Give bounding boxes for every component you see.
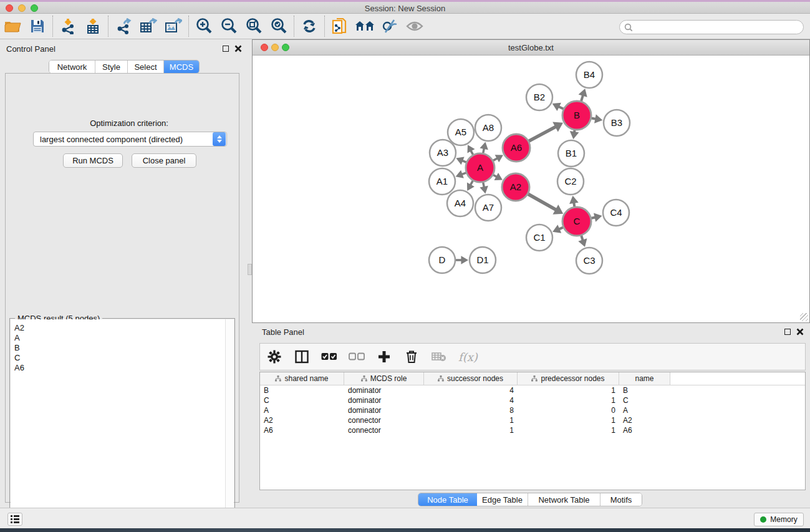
close-panel-button[interactable]: Close panel [132,153,196,168]
graph-node-D[interactable]: D [429,247,455,273]
tab-network[interactable]: Network [49,60,95,73]
column-type-icon [361,375,367,382]
show-all-icon[interactable] [402,15,427,37]
node-label: A8 [483,122,494,133]
graph-node-A7[interactable]: A7 [475,195,501,221]
graph-node-A1[interactable]: A1 [429,168,455,195]
network-canvas[interactable]: AA2A6BCA1A3A4A5A7A8B1B2B3B4C1C2C3C4DD1 [253,56,809,322]
duplicate-network-icon[interactable] [327,15,352,37]
graph-node-B1[interactable]: B1 [558,140,584,167]
table-cell: 1 [518,395,619,405]
save-session-icon[interactable] [25,15,50,37]
toolbar-separator [294,16,294,37]
graph-node-A2[interactable]: A2 [502,173,529,201]
search-input[interactable] [619,20,804,34]
result-list-item[interactable]: B [14,343,226,353]
first-neighbors-icon[interactable] [352,15,377,37]
tab-select[interactable]: Select [128,60,164,73]
table-row[interactable]: A2connector11A2 [260,415,805,425]
table-row[interactable]: Adominator80A [260,405,805,415]
control-panel: Control Panel NetworkStyleSelectMCDS Opt… [0,39,247,508]
tab-style[interactable]: Style [95,60,128,73]
graph-node-A[interactable]: A [466,153,494,182]
result-list-item[interactable]: C [14,353,226,363]
column-header-predecessor-nodes[interactable]: predecessor nodes [518,372,619,385]
result-list-item[interactable]: A2 [14,323,226,333]
open-session-icon[interactable] [0,15,25,37]
float-panel-icon[interactable] [784,329,791,335]
zoom-out-icon[interactable] [216,15,241,37]
result-list-item[interactable]: A [14,333,226,343]
graph-node-B[interactable]: B [562,101,591,130]
panel-divider-handle[interactable] [248,264,252,275]
task-history-button[interactable] [7,513,22,526]
network-window-titlebar[interactable]: testGlobe.txt [253,40,809,56]
hide-selected-icon[interactable] [377,15,402,37]
zoom-in-icon[interactable] [191,15,216,37]
close-panel-icon[interactable] [796,328,804,336]
node-label: A7 [483,202,494,213]
graph-node-C2[interactable]: C2 [557,168,584,195]
node-label: B3 [611,117,622,128]
graph-node-A5[interactable]: A5 [448,119,474,145]
tab-motifs[interactable]: Motifs [600,493,642,506]
delete-column-icon[interactable] [403,349,420,365]
tab-edge-table[interactable]: Edge Table [477,493,528,506]
graph-node-A8[interactable]: A8 [475,115,501,141]
criterion-select[interactable]: largest connected component (directed) [33,132,227,147]
export-network-icon[interactable] [111,15,136,37]
table-cell: A6 [260,425,344,435]
optimization-criterion-label: Optimization criterion: [6,118,253,128]
graph-node-D1[interactable]: D1 [470,247,496,273]
table-row[interactable]: A6connector11A6 [260,425,805,435]
result-list-item[interactable]: A6 [14,363,226,373]
column-type-icon [531,375,538,382]
table-cell: 8 [424,405,518,415]
zoom-fit-icon[interactable] [241,15,266,37]
graph-node-A3[interactable]: A3 [430,140,456,166]
table-cell: 1 [518,385,619,395]
tab-mcds[interactable]: MCDS [164,60,199,73]
result-scrollbar[interactable] [225,319,234,532]
edge-A6-B[interactable] [529,127,556,142]
deselect-all-icon[interactable] [349,349,365,365]
edge-arrowhead-icon [480,142,488,150]
graph-node-B4[interactable]: B4 [576,62,602,88]
table-row[interactable]: Bdominator41B [260,385,805,395]
add-column-icon[interactable] [376,349,392,365]
tab-node-table[interactable]: Node Table [418,493,477,506]
tab-network-table[interactable]: Network Table [528,493,600,506]
graph-node-C4[interactable]: C4 [603,200,629,226]
memory-button[interactable]: Memory [754,513,804,526]
run-mcds-button[interactable]: Run MCDS [63,153,123,168]
column-header-MCDS-role[interactable]: MCDS role [344,372,424,385]
export-image-icon[interactable] [161,15,186,37]
float-panel-icon[interactable] [223,46,229,52]
zoom-selected-icon[interactable] [266,15,291,37]
graph-node-C3[interactable]: C3 [576,248,602,274]
graph-node-C[interactable]: C [562,207,591,236]
graph-node-A4[interactable]: A4 [447,190,473,216]
column-header-shared-name[interactable]: shared name [260,372,344,385]
graph-node-C1[interactable]: C1 [526,225,552,251]
import-table-icon[interactable] [80,15,105,37]
column-header-successor-nodes[interactable]: successor nodes [424,372,518,385]
refresh-layout-icon[interactable] [297,15,322,37]
edge-A2-C[interactable] [528,194,557,210]
toolbar-search [619,20,804,34]
select-all-icon[interactable] [321,349,337,365]
node-label: B1 [566,148,577,158]
import-network-icon[interactable] [55,15,80,37]
graph-node-B2[interactable]: B2 [526,84,552,110]
column-view-icon[interactable] [294,349,310,365]
column-header-name[interactable]: name [619,372,670,385]
close-panel-icon[interactable] [234,45,242,52]
resize-grip-icon[interactable] [800,313,808,321]
graph-node-B3[interactable]: B3 [604,110,630,136]
table-cell: dominator [344,405,424,415]
export-table-icon[interactable] [136,15,161,37]
settings-gear-icon[interactable] [266,349,282,365]
table-row[interactable]: Cdominator41C [260,395,805,405]
memory-status-icon [760,516,766,523]
graph-node-A6[interactable]: A6 [503,134,530,162]
